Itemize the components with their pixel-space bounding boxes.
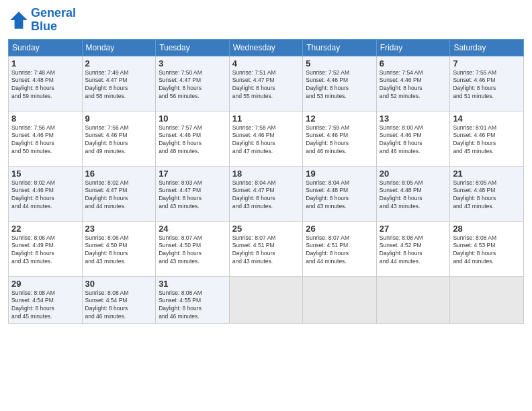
calendar-cell: 19Sunrise: 8:04 AMSunset: 4:48 PMDayligh… — [303, 166, 377, 221]
weekday-header-sunday: Sunday — [9, 39, 83, 56]
calendar-cell: 9Sunrise: 7:56 AMSunset: 4:46 PMDaylight… — [82, 111, 156, 166]
day-number: 28 — [453, 224, 521, 234]
day-info: Sunrise: 7:56 AMSunset: 4:46 PMDaylight:… — [85, 124, 153, 156]
day-info: Sunrise: 8:08 AMSunset: 4:52 PMDaylight:… — [380, 234, 447, 267]
calendar-cell: 28Sunrise: 8:08 AMSunset: 4:53 PMDayligh… — [450, 221, 524, 276]
day-info: Sunrise: 8:05 AMSunset: 4:48 PMDaylight:… — [453, 179, 521, 212]
day-number: 8 — [11, 113, 79, 124]
day-info: Sunrise: 7:59 AMSunset: 4:46 PMDaylight:… — [306, 124, 373, 156]
day-number: 12 — [306, 113, 373, 124]
calendar-cell: 6Sunrise: 7:54 AMSunset: 4:46 PMDaylight… — [376, 56, 450, 111]
calendar-table: SundayMondayTuesdayWednesdayThursdayFrid… — [8, 39, 524, 324]
day-number: 23 — [85, 224, 153, 234]
calendar-cell: 20Sunrise: 8:05 AMSunset: 4:48 PMDayligh… — [376, 166, 450, 221]
weekday-header-saturday: Saturday — [450, 39, 524, 56]
day-info: Sunrise: 7:52 AMSunset: 4:46 PMDaylight:… — [306, 69, 373, 101]
day-info: Sunrise: 8:08 AMSunset: 4:53 PMDaylight:… — [453, 234, 521, 267]
day-info: Sunrise: 8:03 AMSunset: 4:47 PMDaylight:… — [159, 179, 226, 212]
day-number: 11 — [232, 113, 300, 124]
day-number: 10 — [159, 113, 226, 124]
calendar-cell: 21Sunrise: 8:05 AMSunset: 4:48 PMDayligh… — [450, 166, 524, 221]
day-info: Sunrise: 7:58 AMSunset: 4:46 PMDaylight:… — [232, 124, 300, 156]
day-number: 13 — [380, 113, 447, 124]
calendar-cell: 25Sunrise: 8:07 AMSunset: 4:51 PMDayligh… — [229, 221, 303, 276]
page-container: General Blue SundayMondayTuesdayWednesda… — [0, 0, 532, 329]
page-header: General Blue — [8, 7, 524, 34]
day-number: 24 — [159, 224, 226, 234]
day-info: Sunrise: 8:08 AMSunset: 4:54 PMDaylight:… — [85, 289, 153, 322]
day-number: 27 — [380, 224, 447, 234]
calendar-cell: 16Sunrise: 8:02 AMSunset: 4:47 PMDayligh… — [82, 166, 156, 221]
calendar-cell: 29Sunrise: 8:08 AMSunset: 4:54 PMDayligh… — [9, 276, 83, 324]
day-number: 14 — [453, 113, 521, 124]
day-info: Sunrise: 7:49 AMSunset: 4:47 PMDaylight:… — [85, 69, 153, 101]
day-number: 4 — [232, 58, 300, 68]
day-info: Sunrise: 8:08 AMSunset: 4:55 PMDaylight:… — [159, 289, 226, 322]
day-info: Sunrise: 8:04 AMSunset: 4:47 PMDaylight:… — [232, 179, 300, 212]
day-number: 30 — [85, 279, 153, 289]
weekday-header-wednesday: Wednesday — [229, 39, 303, 56]
day-info: Sunrise: 7:51 AMSunset: 4:47 PMDaylight:… — [232, 69, 300, 101]
calendar-cell — [303, 276, 377, 324]
day-number: 7 — [453, 58, 521, 68]
day-info: Sunrise: 8:01 AMSunset: 4:46 PMDaylight:… — [453, 124, 521, 156]
weekday-header-row: SundayMondayTuesdayWednesdayThursdayFrid… — [9, 39, 524, 56]
calendar-cell: 17Sunrise: 8:03 AMSunset: 4:47 PMDayligh… — [156, 166, 230, 221]
calendar-cell — [376, 276, 450, 324]
day-info: Sunrise: 7:48 AMSunset: 4:48 PMDaylight:… — [11, 69, 79, 101]
calendar-cell: 11Sunrise: 7:58 AMSunset: 4:46 PMDayligh… — [229, 111, 303, 166]
calendar-cell: 31Sunrise: 8:08 AMSunset: 4:55 PMDayligh… — [156, 276, 230, 324]
day-number: 16 — [85, 169, 153, 179]
calendar-cell: 12Sunrise: 7:59 AMSunset: 4:46 PMDayligh… — [303, 111, 377, 166]
calendar-cell: 13Sunrise: 8:00 AMSunset: 4:46 PMDayligh… — [376, 111, 450, 166]
day-number: 21 — [453, 169, 521, 179]
calendar-cell: 14Sunrise: 8:01 AMSunset: 4:46 PMDayligh… — [450, 111, 524, 166]
day-number: 26 — [306, 224, 373, 234]
weekday-header-thursday: Thursday — [303, 39, 377, 56]
logo: General Blue — [8, 7, 76, 34]
day-info: Sunrise: 8:06 AMSunset: 4:50 PMDaylight:… — [85, 234, 153, 267]
day-number: 31 — [159, 279, 226, 289]
calendar-cell: 27Sunrise: 8:08 AMSunset: 4:52 PMDayligh… — [376, 221, 450, 276]
weekday-header-monday: Monday — [82, 39, 156, 56]
calendar-cell: 2Sunrise: 7:49 AMSunset: 4:47 PMDaylight… — [82, 56, 156, 111]
calendar-cell: 1Sunrise: 7:48 AMSunset: 4:48 PMDaylight… — [9, 56, 83, 111]
calendar-cell: 24Sunrise: 8:07 AMSunset: 4:50 PMDayligh… — [156, 221, 230, 276]
day-info: Sunrise: 8:08 AMSunset: 4:54 PMDaylight:… — [11, 289, 79, 322]
calendar-cell — [229, 276, 303, 324]
day-number: 20 — [380, 169, 447, 179]
calendar-cell: 4Sunrise: 7:51 AMSunset: 4:47 PMDaylight… — [229, 56, 303, 111]
day-number: 1 — [11, 58, 79, 68]
day-number: 5 — [306, 58, 373, 68]
calendar-cell: 30Sunrise: 8:08 AMSunset: 4:54 PMDayligh… — [82, 276, 156, 324]
day-info: Sunrise: 7:54 AMSunset: 4:46 PMDaylight:… — [380, 69, 447, 101]
calendar-cell — [450, 276, 524, 324]
day-number: 18 — [232, 169, 300, 179]
logo-text: General Blue — [31, 7, 76, 34]
day-info: Sunrise: 8:02 AMSunset: 4:47 PMDaylight:… — [85, 179, 153, 212]
day-number: 9 — [85, 113, 153, 124]
day-number: 2 — [85, 58, 153, 68]
day-info: Sunrise: 7:56 AMSunset: 4:46 PMDaylight:… — [11, 124, 79, 156]
day-number: 19 — [306, 169, 373, 179]
calendar-cell: 15Sunrise: 8:02 AMSunset: 4:46 PMDayligh… — [9, 166, 83, 221]
day-number: 17 — [159, 169, 226, 179]
day-info: Sunrise: 8:07 AMSunset: 4:51 PMDaylight:… — [306, 234, 373, 267]
calendar-cell: 10Sunrise: 7:57 AMSunset: 4:46 PMDayligh… — [156, 111, 230, 166]
calendar-cell: 23Sunrise: 8:06 AMSunset: 4:50 PMDayligh… — [82, 221, 156, 276]
day-info: Sunrise: 8:07 AMSunset: 4:50 PMDaylight:… — [159, 234, 226, 267]
weekday-header-tuesday: Tuesday — [156, 39, 230, 56]
calendar-cell: 7Sunrise: 7:55 AMSunset: 4:46 PMDaylight… — [450, 56, 524, 111]
day-info: Sunrise: 8:00 AMSunset: 4:46 PMDaylight:… — [380, 124, 447, 156]
day-info: Sunrise: 8:04 AMSunset: 4:48 PMDaylight:… — [306, 179, 373, 212]
day-number: 3 — [159, 58, 226, 68]
day-info: Sunrise: 8:02 AMSunset: 4:46 PMDaylight:… — [11, 179, 79, 212]
calendar-cell: 22Sunrise: 8:06 AMSunset: 4:49 PMDayligh… — [9, 221, 83, 276]
day-info: Sunrise: 7:57 AMSunset: 4:46 PMDaylight:… — [159, 124, 226, 156]
day-info: Sunrise: 8:06 AMSunset: 4:49 PMDaylight:… — [11, 234, 79, 267]
day-info: Sunrise: 7:50 AMSunset: 4:47 PMDaylight:… — [159, 69, 226, 101]
day-info: Sunrise: 7:55 AMSunset: 4:46 PMDaylight:… — [453, 69, 521, 101]
logo-icon — [8, 9, 30, 31]
day-info: Sunrise: 8:07 AMSunset: 4:51 PMDaylight:… — [232, 234, 300, 267]
calendar-cell: 5Sunrise: 7:52 AMSunset: 4:46 PMDaylight… — [303, 56, 377, 111]
